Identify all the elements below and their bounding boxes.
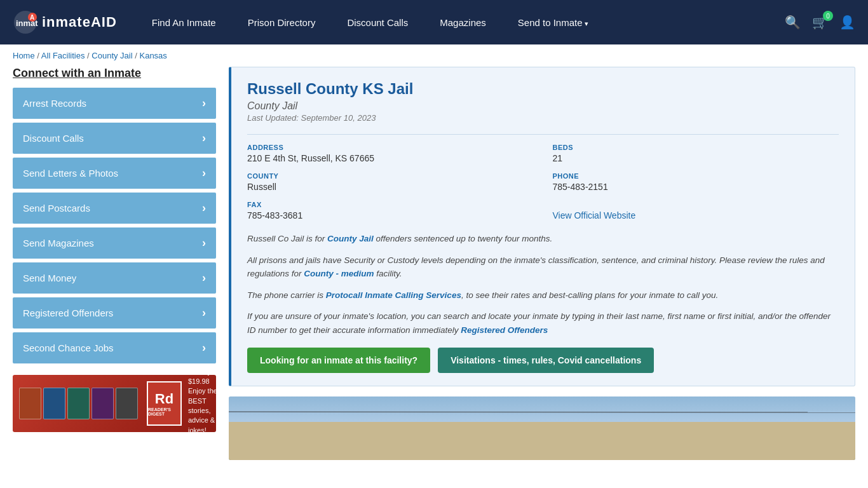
sidebar-item-label: Send Letters & Photos: [23, 168, 118, 179]
sidebar-item-label: Send Magazines: [23, 238, 94, 248]
visitations-button[interactable]: Visitations - times, rules, Covid cancel…: [438, 348, 654, 373]
desc-para-2: All prisons and jails have Security or C…: [247, 254, 839, 281]
registered-offenders-link[interactable]: Registered Offenders: [461, 325, 548, 335]
search-icon[interactable]: 🔍: [785, 15, 801, 30]
svg-line-4: [229, 412, 855, 412]
header-icons: 🔍 🛒 0 👤: [785, 15, 855, 30]
facility-updated: Last Updated: September 10, 2023: [247, 113, 839, 123]
phone-value: 785-483-2151: [553, 182, 839, 192]
chevron-right-icon: ›: [202, 97, 206, 110]
ad-text-block: 1 Year Subscription for only $19.98 Enjo…: [188, 375, 216, 432]
breadcrumb: Home / All Facilities / County Jail / Ka…: [0, 44, 868, 67]
chevron-right-icon: ›: [202, 306, 206, 320]
facility-type: County Jail: [247, 100, 839, 112]
chevron-right-icon: ›: [202, 236, 206, 250]
breadcrumb-county-jail[interactable]: County Jail: [92, 51, 132, 60]
logo[interactable]: inmate A inmateAID: [13, 10, 117, 35]
nav-discount-calls[interactable]: Discount Calls: [331, 17, 424, 28]
nav-send-to-inmate[interactable]: Send to Inmate: [502, 17, 604, 28]
desc-para-3: The phone carrier is Protocall Inmate Ca…: [247, 288, 839, 302]
county-value: Russell: [247, 182, 534, 192]
sidebar-item-registered-offenders[interactable]: Registered Offenders ›: [13, 297, 216, 329]
cart-icon[interactable]: 🛒 0: [812, 15, 828, 30]
facility-details: ADDRESS 210 E 4th St, Russell, KS 67665 …: [247, 134, 839, 220]
nav-find-inmate[interactable]: Find An Inmate: [136, 17, 232, 28]
address-label: ADDRESS: [247, 144, 534, 151]
sidebar-item-second-chance-jobs[interactable]: Second Chance Jobs ›: [13, 332, 216, 363]
photo-building: [229, 422, 855, 460]
sidebar-item-send-money[interactable]: Send Money ›: [13, 262, 216, 294]
chevron-right-icon: ›: [202, 341, 206, 355]
county-label: COUNTY: [247, 172, 534, 180]
ad-banner[interactable]: Rd READER'S DIGEST 1 Year Subscription f…: [13, 375, 216, 432]
cta-row: Looking for an inmate at this facility? …: [247, 348, 839, 373]
breadcrumb-state[interactable]: Kansas: [139, 51, 166, 60]
sidebar-item-send-letters[interactable]: Send Letters & Photos ›: [13, 158, 216, 189]
description-section: Russell Co Jail is for County Jail offen…: [247, 232, 839, 337]
sidebar-item-label: Arrest Records: [23, 98, 86, 109]
main-content: Russell County KS Jail County Jail Last …: [229, 67, 855, 460]
sidebar-item-send-magazines[interactable]: Send Magazines ›: [13, 227, 216, 259]
find-inmate-button[interactable]: Looking for an inmate at this facility?: [247, 348, 430, 373]
facility-name: Russell County KS Jail: [247, 80, 839, 98]
header: inmate A inmateAID Find An Inmate Prison…: [0, 0, 868, 44]
logo-text: inmateAID: [42, 14, 117, 30]
svg-text:A: A: [30, 14, 34, 21]
phone-block: PHONE 785-483-2151: [553, 172, 839, 192]
ad-line2: Enjoy the BEST stories, advice & jokes!: [188, 386, 216, 432]
breadcrumb-home[interactable]: Home: [13, 51, 35, 60]
beds-label: BEDS: [553, 144, 839, 151]
facility-photo: [229, 396, 855, 460]
website-link[interactable]: View Official Website: [553, 210, 636, 220]
phone-label: PHONE: [553, 172, 839, 180]
website-block: View Official Website: [553, 201, 839, 220]
nav-magazines[interactable]: Magazines: [424, 17, 502, 28]
beds-block: BEDS 21: [553, 144, 839, 163]
beds-value: 21: [553, 153, 839, 163]
user-icon[interactable]: 👤: [839, 15, 855, 30]
desc-para-1: Russell Co Jail is for County Jail offen…: [247, 232, 839, 246]
chevron-right-icon: ›: [202, 166, 206, 180]
ad-cover-2: [43, 388, 65, 419]
cart-badge: 0: [823, 11, 833, 21]
fax-block: FAX 785-483-3681: [247, 201, 534, 220]
facility-card: Russell County KS Jail County Jail Last …: [229, 67, 855, 386]
sidebar-item-arrest-records[interactable]: Arrest Records ›: [13, 88, 216, 119]
ad-cover-1: [19, 388, 41, 419]
sidebar-item-label: Send Postcards: [23, 203, 90, 214]
nav: Find An Inmate Prison Directory Discount…: [136, 17, 766, 28]
sidebar-title: Connect with an Inmate: [13, 67, 216, 80]
address-block: ADDRESS 210 E 4th St, Russell, KS 67665: [247, 144, 534, 163]
ad-line1: 1 Year Subscription for only $19.98: [188, 375, 216, 386]
sidebar: Connect with an Inmate Arrest Records › …: [13, 67, 216, 460]
protocall-link[interactable]: Protocall Inmate Calling Services: [326, 290, 461, 300]
county-block: COUNTY Russell: [247, 172, 534, 192]
sidebar-item-label: Second Chance Jobs: [23, 342, 114, 353]
fax-label: FAX: [247, 201, 534, 208]
county-jail-link[interactable]: County Jail: [327, 234, 374, 243]
nav-prison-directory[interactable]: Prison Directory: [232, 17, 332, 28]
photo-wires: [229, 409, 855, 414]
sidebar-item-label: Discount Calls: [23, 133, 84, 144]
ad-cover-4: [92, 388, 114, 419]
county-medium-link[interactable]: County - medium: [304, 269, 374, 278]
breadcrumb-all-facilities[interactable]: All Facilities: [41, 51, 85, 60]
fax-value: 785-483-3681: [247, 210, 534, 220]
ad-covers: [19, 388, 138, 419]
desc-para-4: If you are unsure of your inmate's locat…: [247, 309, 839, 337]
chevron-right-icon: ›: [202, 132, 206, 145]
ad-cover-5: [116, 388, 138, 419]
sidebar-item-send-postcards[interactable]: Send Postcards ›: [13, 193, 216, 224]
ad-logo: Rd READER'S DIGEST: [147, 381, 182, 426]
main-layout: Connect with an Inmate Arrest Records › …: [0, 67, 868, 473]
chevron-right-icon: ›: [202, 271, 206, 285]
address-value: 210 E 4th St, Russell, KS 67665: [247, 153, 534, 163]
sidebar-item-discount-calls[interactable]: Discount Calls ›: [13, 123, 216, 154]
sidebar-item-label: Registered Offenders: [23, 308, 113, 318]
chevron-right-icon: ›: [202, 201, 206, 215]
ad-cover-3: [67, 388, 90, 419]
sidebar-item-label: Send Money: [23, 273, 76, 283]
